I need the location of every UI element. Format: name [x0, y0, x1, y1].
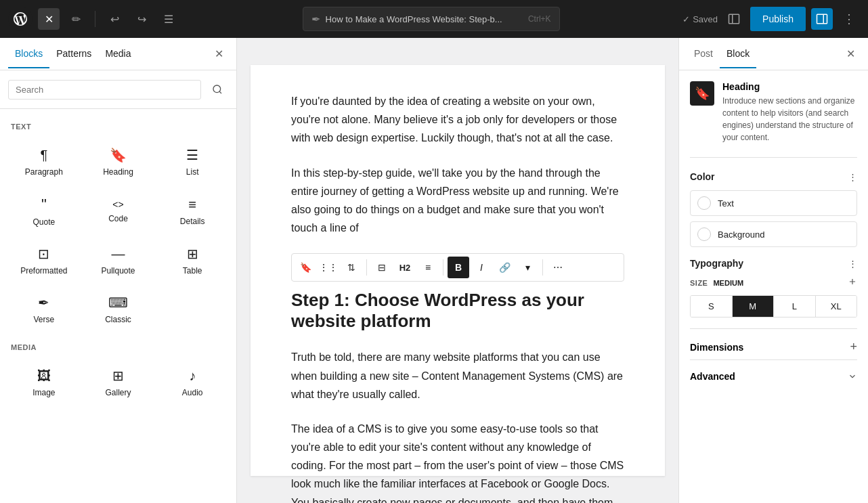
- more-options-button[interactable]: ⋮: [838, 8, 860, 30]
- search-button[interactable]: [207, 79, 228, 100]
- close-left-panel-button[interactable]: ✕: [209, 45, 228, 64]
- verse-label: Verse: [33, 315, 54, 324]
- toolbar-more-btn[interactable]: ⋯: [547, 257, 569, 278]
- block-item-code[interactable]: <> Code: [83, 188, 154, 235]
- size-label: SIZE: [690, 279, 708, 287]
- advanced-header[interactable]: Advanced: [690, 368, 857, 385]
- background-color-label: Background: [718, 229, 764, 240]
- block-item-paragraph[interactable]: ¶ Paragraph: [8, 139, 80, 185]
- dimensions-section: Dimensions +: [690, 328, 857, 357]
- advanced-chevron-button[interactable]: [848, 372, 857, 381]
- search-box: [0, 70, 236, 109]
- tab-patterns[interactable]: Patterns: [49, 40, 98, 68]
- heading-block[interactable]: Step 1: Choose WordPress as your website…: [291, 290, 624, 332]
- list-icon: ☰: [186, 147, 198, 163]
- block-type-icon: 🔖: [690, 81, 714, 106]
- toolbar-dropdown-btn[interactable]: ▾: [517, 257, 538, 278]
- block-item-list[interactable]: ☰ List: [156, 139, 228, 185]
- editor-area[interactable]: If you're daunted by the idea of creatin…: [251, 65, 665, 476]
- paragraph-icon: ¶: [40, 148, 47, 163]
- block-item-heading[interactable]: 🔖 Heading: [83, 139, 154, 185]
- right-panel-content: 🔖 Heading Introduce new sections and org…: [679, 70, 868, 503]
- title-bar[interactable]: ✒ How to Make a WordPress Website: Step-…: [303, 7, 560, 31]
- paragraph-2[interactable]: In this step-by-step guide, we'll take y…: [291, 164, 624, 238]
- block-item-audio[interactable]: ♪ Audio: [156, 359, 228, 406]
- toolbar-align-left-btn[interactable]: ≡: [417, 257, 439, 278]
- toolbar-bold-btn[interactable]: B: [448, 257, 469, 278]
- paragraph-3[interactable]: Truth be told, there are many website pl…: [291, 348, 624, 403]
- blocks-content: TEXT ¶ Paragraph 🔖 Heading ☰ List " Quot…: [0, 109, 236, 503]
- quote-icon: ": [41, 196, 47, 213]
- color-option-text[interactable]: Text: [690, 190, 857, 216]
- block-item-table[interactable]: ⊞ Table: [156, 238, 228, 284]
- close-button[interactable]: ✕: [38, 8, 60, 30]
- size-s-button[interactable]: S: [691, 296, 733, 317]
- background-color-swatch: [697, 227, 711, 241]
- color-section-header: Color ⋮: [690, 171, 857, 182]
- advanced-section: Advanced: [690, 359, 857, 385]
- search-input[interactable]: [8, 80, 201, 100]
- size-m-button[interactable]: M: [733, 296, 775, 317]
- undo-button[interactable]: ↩: [104, 8, 125, 30]
- publish-button[interactable]: Publish: [750, 7, 806, 31]
- text-color-swatch: [697, 196, 711, 210]
- toolbar-link-btn[interactable]: 🔗: [494, 257, 515, 278]
- dimensions-header[interactable]: Dimensions +: [690, 337, 857, 357]
- saved-indicator: ✓ Saved: [682, 14, 718, 24]
- size-l-button[interactable]: L: [774, 296, 816, 317]
- table-icon: ⊞: [187, 246, 198, 262]
- toolbar-divider-2: [443, 259, 443, 276]
- classic-icon: ⌨: [108, 294, 128, 311]
- redo-button[interactable]: ↪: [131, 8, 152, 30]
- main-layout: Blocks Patterns Media ✕ TEXT ¶ Paragraph…: [0, 38, 868, 503]
- color-more-button[interactable]: ⋮: [848, 172, 857, 182]
- block-type-description: Introduce new sections and organize cont…: [722, 95, 857, 144]
- toolbar-move-btn[interactable]: ⇅: [341, 257, 362, 278]
- block-item-preformatted[interactable]: ⊡ Preformatted: [8, 238, 80, 284]
- view-button[interactable]: [723, 8, 745, 30]
- typography-section-header: Typography ⋮: [690, 258, 857, 269]
- image-icon: 🖼: [37, 368, 51, 384]
- dimensions-add-button[interactable]: +: [850, 340, 857, 354]
- paragraph-4[interactable]: The idea of a CMS is to give you some ea…: [291, 420, 624, 503]
- wordpress-logo[interactable]: [8, 7, 32, 31]
- tab-media[interactable]: Media: [98, 40, 137, 68]
- block-item-quote[interactable]: " Quote: [8, 188, 80, 235]
- color-section-title: Color: [690, 171, 715, 182]
- size-adjust-button[interactable]: [848, 277, 857, 288]
- media-section-label: MEDIA: [11, 343, 228, 351]
- text-color-label: Text: [718, 198, 734, 209]
- list-view-button[interactable]: ☰: [158, 8, 179, 30]
- typography-more-button[interactable]: ⋮: [848, 259, 857, 269]
- topbar: ✕ ✏ ↩ ↪ ☰ ✒ How to Make a WordPress Webs…: [0, 0, 868, 38]
- block-item-gallery[interactable]: ⊞ Gallery: [83, 359, 154, 406]
- block-item-pullquote[interactable]: — Pullquote: [83, 238, 154, 284]
- dimensions-label: Dimensions: [690, 342, 743, 353]
- gallery-label: Gallery: [105, 388, 131, 397]
- block-item-image[interactable]: 🖼 Image: [8, 359, 80, 406]
- tab-block[interactable]: Block: [720, 40, 756, 68]
- toolbar-drag-btn[interactable]: ⋮⋮: [318, 257, 339, 278]
- tab-post[interactable]: Post: [687, 40, 720, 68]
- close-right-panel-button[interactable]: ✕: [841, 45, 860, 64]
- block-item-classic[interactable]: ⌨ Classic: [83, 286, 154, 332]
- toolbar-bookmark-btn[interactable]: 🔖: [295, 257, 316, 278]
- toolbar-align-btn[interactable]: ⊟: [371, 257, 393, 278]
- heading-icon: 🔖: [110, 147, 127, 163]
- classic-label: Classic: [105, 315, 131, 324]
- size-xl-button[interactable]: XL: [816, 296, 857, 317]
- toolbar-italic-btn[interactable]: I: [471, 257, 492, 278]
- edit-button[interactable]: ✏: [65, 8, 87, 30]
- preformatted-icon: ⊡: [38, 246, 49, 262]
- block-item-verse[interactable]: ✒ Verse: [8, 286, 80, 332]
- color-option-background[interactable]: Background: [690, 221, 857, 247]
- block-item-details[interactable]: ≡ Details: [156, 188, 228, 235]
- paragraph-1[interactable]: If you're daunted by the idea of creatin…: [291, 92, 624, 148]
- toolbar-divider-3: [542, 259, 543, 276]
- sidebar-toggle-button[interactable]: [811, 8, 833, 30]
- list-label: List: [186, 167, 199, 177]
- keyboard-shortcut: Ctrl+K: [528, 14, 551, 24]
- tab-blocks[interactable]: Blocks: [8, 40, 49, 68]
- toolbar-h2-btn[interactable]: H2: [394, 257, 416, 278]
- pullquote-icon: —: [111, 246, 125, 262]
